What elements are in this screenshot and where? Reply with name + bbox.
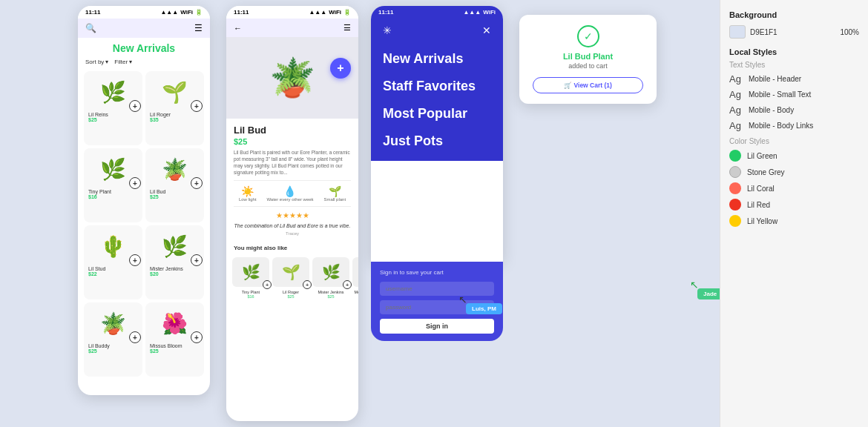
- style-name: Mobile - Body: [749, 106, 794, 114]
- phone2-status-bar: 11:11 ▲▲▲ WiFi 🔋: [226, 6, 358, 19]
- close-icon[interactable]: ✕: [482, 24, 491, 36]
- color-label: Stone Grey: [747, 168, 785, 176]
- care-label: Small plant: [323, 197, 346, 202]
- ag-text-icon: Ag: [729, 120, 744, 131]
- add-to-cart-button[interactable]: +: [129, 254, 141, 266]
- text-style-item: Ag Mobile - Body Links: [729, 120, 859, 131]
- add-to-cart-button[interactable]: +: [191, 254, 203, 266]
- list-item[interactable]: 🪴 + Lil Bud $25: [145, 148, 204, 222]
- product-price: $25: [88, 348, 138, 354]
- text-style-item: Ag Mobile - Small Text: [729, 89, 859, 100]
- add-to-cart-button[interactable]: +: [129, 100, 141, 112]
- phone1-time: 11:11: [85, 9, 100, 16]
- menu-item-staff-favorites[interactable]: Staff Favorites: [383, 73, 491, 100]
- mini-product-price: $25: [272, 294, 309, 299]
- list-item[interactable]: 🌿 + Lil Reins $25: [84, 71, 142, 145]
- hero-plant-emoji: 🪴: [269, 56, 315, 99]
- list-item[interactable]: 🌵 + Lil Stud $22: [84, 225, 142, 299]
- color-swatch-lil-green[interactable]: [729, 150, 741, 162]
- list-item[interactable]: 🌵 + Medium Succulent $26: [352, 257, 358, 299]
- search-icon[interactable]: 🔍: [85, 23, 96, 33]
- list-item[interactable]: 🌿 + Tiny Plant $16: [84, 148, 142, 222]
- color-label: Lil Red: [747, 201, 770, 209]
- text-styles-section-title: Text Styles: [729, 61, 859, 69]
- light-icon: ☀️: [239, 185, 257, 197]
- phone2-status-icons: ▲▲▲ WiFi 🔋: [309, 9, 351, 16]
- add-to-cart-fab[interactable]: +: [330, 58, 351, 79]
- color-swatch-lil-coral[interactable]: [729, 182, 741, 194]
- plant-emoji: 🌺: [162, 311, 188, 336]
- care-item-light: ☀️ Low light: [239, 185, 257, 202]
- add-to-cart-button[interactable]: +: [129, 331, 141, 343]
- list-item[interactable]: 🌱 + Lil Roger $35: [145, 71, 204, 145]
- list-item[interactable]: 🌿 + Mister Jenkins $25: [312, 257, 349, 299]
- filter-button[interactable]: Filter ▾: [114, 59, 132, 65]
- product-name: Lil Bud: [150, 189, 200, 194]
- product-description: Lil Bud Plant is paired with our Eore Pl…: [234, 149, 351, 176]
- product-name: Missus Bloom: [150, 343, 200, 348]
- menu-icon[interactable]: ☰: [343, 23, 351, 33]
- color-swatch-stone-grey[interactable]: [729, 166, 741, 178]
- sort-button[interactable]: Sort by ▾: [85, 59, 108, 65]
- asterisk-icon: ✳: [383, 24, 392, 36]
- plant-emoji: 🌿: [100, 157, 126, 182]
- cursor-luis: ↖ Luis, PM: [458, 293, 495, 317]
- product-name: Lil Reins: [88, 112, 138, 117]
- view-cart-button[interactable]: 🛒 View Cart (1): [533, 77, 643, 93]
- product-image: 🌿 +: [150, 230, 200, 263]
- care-icons-row: ☀️ Low light 💧 Water every other week 🌱 …: [234, 180, 351, 207]
- add-to-cart-button[interactable]: +: [191, 177, 203, 189]
- color-style-item: Stone Grey: [729, 166, 859, 178]
- plant-emoji: 🌱: [282, 263, 300, 281]
- plant-emoji: 🌱: [162, 80, 188, 105]
- list-item[interactable]: 🌿 + Mister Jenkins $20: [145, 225, 204, 299]
- review-text: The combination of Lil Bud and Eore is a…: [234, 222, 351, 230]
- list-item[interactable]: 🌺 + Missus Bloom $25: [145, 302, 204, 377]
- product-name: Mister Jenkins: [150, 266, 200, 271]
- battery-icon: 🔋: [343, 9, 351, 16]
- filter-chevron-icon: ▾: [129, 59, 132, 65]
- menu-item-most-popular[interactable]: Most Popular: [383, 100, 491, 128]
- review-author: Tracey: [234, 231, 351, 236]
- product-price: $25: [150, 194, 200, 199]
- ag-text-icon: Ag: [729, 105, 744, 116]
- color-swatch-lil-red[interactable]: [729, 199, 741, 211]
- list-item[interactable]: 🌿 + Tiny Plant $16: [232, 257, 269, 299]
- plant-emoji: 🌿: [162, 234, 188, 259]
- menu-item-just-pots[interactable]: Just Pots: [383, 128, 491, 155]
- sign-in-button[interactable]: Sign in: [380, 319, 494, 334]
- product-rating: ★★★★★: [234, 211, 351, 219]
- product-price: $25: [150, 348, 200, 354]
- add-to-cart-button[interactable]: +: [129, 177, 141, 189]
- care-item-water: 💧 Water every other week: [266, 185, 313, 202]
- toast-subtitle: added to cart: [533, 62, 643, 70]
- color-swatch-lil-yellow[interactable]: [729, 215, 741, 227]
- mini-add-button[interactable]: +: [343, 280, 352, 289]
- product-image: 🌿 +: [88, 76, 138, 109]
- color-styles-section-title: Color Styles: [729, 137, 859, 145]
- add-to-cart-button[interactable]: +: [191, 331, 203, 343]
- back-icon[interactable]: ←: [234, 24, 242, 33]
- phone3-time: 11:11: [378, 9, 393, 16]
- mini-add-button[interactable]: +: [303, 280, 312, 289]
- product-image: 🌺 +: [150, 307, 200, 340]
- menu-icon[interactable]: ☰: [194, 23, 203, 33]
- list-item[interactable]: 🪴 + Lil Buddy $25: [84, 302, 142, 377]
- list-item[interactable]: 🌱 + Lil Roger $25: [272, 257, 309, 299]
- add-to-cart-button[interactable]: +: [191, 100, 203, 112]
- menu-item-new-arrivals[interactable]: New Arrivals: [383, 45, 491, 73]
- phone1-header: 🔍 ☰: [78, 19, 210, 38]
- mini-product-image: 🌵 +: [352, 257, 358, 287]
- product-image: 🌵 +: [88, 230, 138, 263]
- mini-product-price: $25: [312, 294, 349, 299]
- background-color-swatch[interactable]: [729, 25, 746, 39]
- sign-in-label: Sign in to save your cart: [380, 269, 494, 276]
- phone2-content-area: + Lil Bud $25 Lil Bud Plant is paired wi…: [226, 119, 358, 242]
- care-label: Low light: [239, 197, 257, 202]
- care-item-size: 🌱 Small plant: [323, 185, 346, 202]
- phone1-status-icons: ▲▲▲ WiFi 🔋: [160, 9, 203, 16]
- mini-product-price: $26: [352, 294, 358, 299]
- style-name: Mobile - Header: [749, 75, 801, 83]
- menu-items-container: New Arrivals Staff Favorites Most Popula…: [371, 39, 503, 161]
- mini-add-button[interactable]: +: [263, 280, 272, 289]
